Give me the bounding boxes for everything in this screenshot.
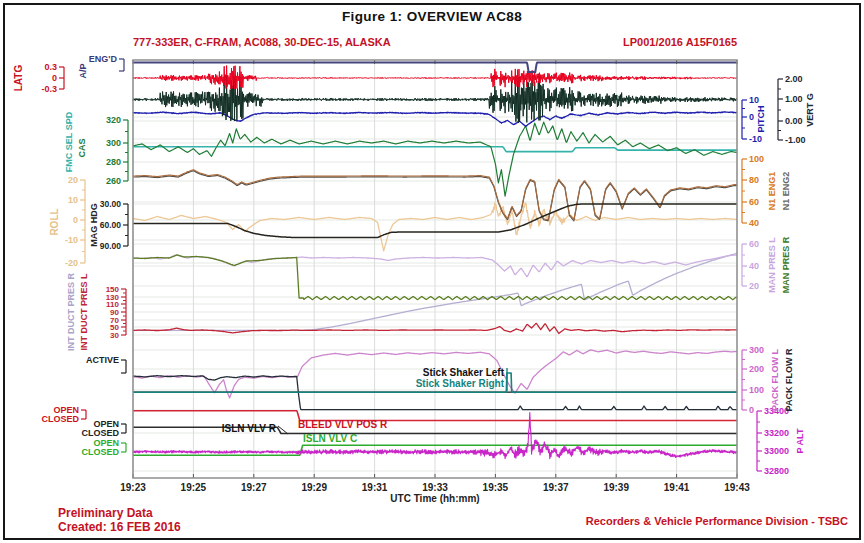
axis-pack-tick: 100 — [749, 385, 764, 395]
x-tick-label: 19:23 — [120, 482, 146, 493]
annotation-bleed-vlv-pos-r: BLEED VLV POS R — [298, 419, 388, 430]
x-tick-label: 19:41 — [664, 482, 690, 493]
axis-man-tick: 60 — [749, 239, 759, 249]
axis-roll-tick: 0 — [73, 215, 78, 225]
axis-pack-tick: 0 — [749, 405, 754, 415]
axis-label-fmc-sel-spd: FMC SEL SPD — [64, 111, 74, 172]
footer-division: Recorders & Vehicle Performance Division… — [586, 515, 848, 527]
axis-active-tick: ACTIVE — [86, 355, 119, 365]
annotation-stick-shaker-left: Stick Shaker Left — [423, 367, 505, 378]
axis-label-pitch: PITCH — [756, 106, 766, 133]
x-tick-label: 19:39 — [603, 482, 629, 493]
footer-created-date: Created: 16 FEB 2016 — [58, 520, 181, 534]
axis-islnr-tick: CLOSED — [81, 428, 119, 438]
axis-roll-tick: 20 — [68, 175, 78, 185]
axis-man: 604020 — [742, 239, 759, 291]
axis-vertg-tick: -1.00 — [785, 135, 806, 145]
axis-label-pack-flow-r: PACK FLOW R — [784, 348, 794, 411]
x-tick-label: 19:33 — [422, 482, 448, 493]
axis-pitch-tick: -10 — [749, 134, 762, 144]
axis-islnc: OPENCLOSED — [81, 438, 126, 457]
axis-label-pack-flow-l: PACK FLOW L — [770, 349, 780, 411]
footer-preliminary: Preliminary Data — [58, 506, 153, 520]
axis-n1: 100806040 — [742, 154, 764, 228]
axis-roll-tick: -10 — [65, 235, 78, 245]
axis-latg: 0.30-0.3 — [41, 62, 64, 94]
axis-roll-tick: 10 — [68, 195, 78, 205]
annotation-isln-vlv-r: ISLN VLV R — [222, 423, 277, 434]
x-tick-label: 19:31 — [362, 482, 388, 493]
axis-label-p-alt: P ALT — [795, 428, 805, 453]
axis-latg-tick: -0.3 — [41, 84, 57, 94]
axis-label-n1-eng2: N1 ENG2 — [781, 172, 791, 211]
axis-ap-tick: ENG'D — [89, 54, 118, 64]
axis-duct-tick: 30 — [110, 331, 119, 340]
axis-pitch-tick: 0 — [749, 112, 754, 122]
axis-roll-tick: -20 — [65, 258, 78, 268]
axis-bleed: OPENCLOSED — [41, 405, 86, 424]
figure-container: Figure 1: OVERVIEW AC88 777-333ER, C-FRA… — [0, 0, 864, 543]
annotation-stick-shaker-right: Stick Shaker Right — [416, 378, 505, 389]
axis-islnr: OPENCLOSED — [81, 419, 126, 438]
axis-cas: 320300280260 — [106, 115, 128, 186]
axis-roll: 20100-10-20 — [65, 175, 85, 268]
axis-n1-tick: 40 — [749, 218, 759, 228]
x-tick-label: 19:35 — [483, 482, 509, 493]
axis-man-tick: 40 — [749, 261, 759, 271]
axis-pack-tick: 300 — [749, 345, 764, 355]
axis-palt: 33400332003300032800 — [757, 406, 789, 476]
axis-palt-tick: 33200 — [764, 428, 789, 438]
axis-palt-tick: 32800 — [764, 466, 789, 476]
axis-label-int-duct-pres-r: INT DUCT PRES R — [66, 273, 76, 352]
x-tick-label: 19:37 — [543, 482, 569, 493]
annotation-isln-vlv-c: ISLN VLV C — [303, 433, 357, 444]
fdr-chart-svg: 0.30-0.3ENG'D32030028026020100-10-2030.0… — [0, 0, 864, 543]
axis-label-man-pres-r: MAN PRES R — [781, 236, 791, 293]
axis-cas-tick: 320 — [106, 115, 121, 125]
axis-hdg-tick: 30.00 — [100, 199, 122, 209]
axis-vertg-tick: 0.00 — [785, 116, 803, 126]
axis-hdg: 30.0060.0090.00 — [100, 199, 128, 251]
axis-label-vert-g: VERT G — [805, 93, 815, 127]
x-tick-label: 19:29 — [301, 482, 327, 493]
axis-bleed-tick: CLOSED — [41, 414, 79, 424]
axis-label-a-p: A/P — [78, 63, 88, 78]
axis-n1-tick: 60 — [749, 197, 759, 207]
axis-label-latg: LATG — [13, 65, 24, 92]
axis-active: ACTIVE — [86, 355, 126, 373]
x-tick-label: 19:43 — [724, 482, 750, 493]
axis-latg-tick: 0.3 — [44, 62, 57, 72]
axis-vertg: 2.001.000.00-1.00 — [778, 74, 806, 145]
axis-cas-tick: 280 — [106, 157, 121, 167]
axis-hdg-tick: 90.00 — [100, 241, 122, 251]
x-tick-label: 19:25 — [181, 482, 207, 493]
axis-label-int-duct-pres-l: INT DUCT PRES L — [79, 273, 89, 351]
axis-duct: 15013011090705030 — [106, 285, 126, 340]
axis-latg-tick: 0 — [52, 73, 57, 83]
axis-label-n1-eng1: N1 ENG1 — [767, 172, 777, 211]
axis-pack-tick: 200 — [749, 364, 764, 374]
axis-n1-tick: 100 — [749, 154, 764, 164]
x-tick-label: 19:27 — [241, 482, 267, 493]
axis-n1-tick: 80 — [749, 175, 759, 185]
axis-man-tick: 20 — [749, 281, 759, 291]
axis-label-cas: CAS — [77, 138, 87, 157]
axis-hdg-tick: 60.00 — [100, 220, 122, 230]
x-axis-label: UTC Time (hh:mm) — [335, 493, 535, 504]
axis-pitch-tick: 10 — [749, 95, 759, 105]
axis-pack: 3002001000 — [742, 345, 764, 415]
axis-vertg-tick: 2.00 — [785, 74, 803, 84]
axis-islnc-tick: CLOSED — [81, 447, 119, 457]
axis-label-roll: ROLL — [49, 208, 60, 235]
axis-palt-tick: 33000 — [764, 446, 789, 456]
axis-cas-tick: 260 — [106, 176, 121, 186]
axis-label-man-pres-l: MAN PRES L — [767, 237, 777, 293]
axis-label-mag-hdg: MAG HDG — [89, 203, 99, 247]
axis-cas-tick: 300 — [106, 138, 121, 148]
axis-vertg-tick: 1.00 — [785, 94, 803, 104]
axis-ap: ENG'D — [89, 54, 124, 71]
